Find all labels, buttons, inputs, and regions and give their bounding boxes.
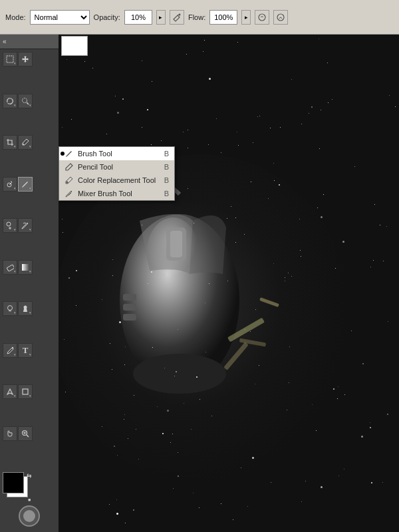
foreground-background-colors[interactable]: ⇆ ■ (3, 472, 33, 503)
blur-tool[interactable]: ▾ (3, 301, 17, 316)
pencil-tool-shortcut: B (164, 163, 169, 171)
svg-rect-18 (7, 264, 14, 271)
color-replacement-shortcut: B (164, 176, 169, 184)
active-indicator (61, 152, 65, 156)
tablet-icon (257, 13, 267, 22)
color-replacement-label: Color Replacement Tool (78, 176, 160, 184)
svg-rect-23 (23, 389, 28, 394)
airbrush-icon (172, 13, 182, 22)
mixer-brush-icon (65, 189, 74, 198)
flow-input[interactable] (209, 10, 237, 25)
move-tool[interactable] (18, 52, 33, 66)
sidebar-collapse-icon[interactable]: « (3, 38, 7, 45)
dodge-tool[interactable]: ▾ (18, 301, 33, 316)
context-menu: Brush Tool B Pencil Tool B Color Replace… (59, 146, 175, 201)
history-brush-tool[interactable]: ▾ (18, 218, 33, 233)
brush-tool[interactable]: ▾ (18, 177, 33, 192)
flow-arrow[interactable]: ▸ (241, 10, 251, 25)
svg-line-14 (27, 102, 29, 104)
brush-tool-icon (65, 149, 74, 158)
pencil-tool-label: Pencil Tool (78, 163, 160, 171)
brush-tool-shortcut: B (164, 150, 169, 158)
svg-line-25 (27, 435, 29, 437)
lasso-tool[interactable]: ▾ (3, 94, 17, 108)
svg-rect-10 (123, 314, 136, 321)
gradient-tool[interactable]: ▾ (18, 260, 33, 275)
svg-rect-19 (22, 264, 29, 271)
tablet-flow-btn[interactable] (273, 10, 288, 25)
tablet-flow-icon (276, 13, 285, 22)
color-replacement-icon (65, 176, 74, 185)
hand-tool[interactable] (3, 426, 17, 441)
mixer-brush-tool-menu-item[interactable]: Mixer Brush Tool B (59, 187, 174, 200)
svg-point-20 (8, 306, 13, 311)
svg-rect-12 (7, 56, 13, 63)
svg-rect-8 (123, 294, 136, 301)
svg-point-13 (23, 98, 27, 102)
eyedropper-tool[interactable]: ▾ (18, 135, 33, 150)
airbrush-toggle[interactable] (170, 10, 184, 25)
mode-select[interactable]: Normal (30, 10, 90, 25)
marquee-rect-tool[interactable]: ▾ (3, 52, 17, 66)
svg-point-21 (24, 306, 27, 309)
quick-mask-inner (23, 510, 35, 522)
foreground-color-swatch[interactable] (3, 472, 24, 493)
quick-mask-btn[interactable] (19, 505, 40, 527)
svg-point-1 (178, 13, 180, 15)
color-swatches: ⇆ ■ (0, 469, 59, 532)
pencil-tool-icon (65, 162, 74, 172)
mixer-brush-shortcut: B (164, 190, 169, 198)
pencil-tool-menu-item[interactable]: Pencil Tool B (59, 160, 174, 174)
mixer-brush-label: Mixer Brush Tool (78, 190, 160, 198)
top-toolbar: Mode: Normal Opacity: ▸ Flow: ▸ (0, 0, 399, 35)
swap-colors-icon[interactable]: ⇆ (27, 472, 33, 479)
main-area: « ▾ ▾ ▾ ▾ (0, 35, 399, 532)
flow-label: Flow: (188, 13, 205, 21)
svg-rect-9 (123, 304, 136, 311)
opacity-arrow[interactable]: ▸ (156, 10, 166, 25)
color-replacement-tool-menu-item[interactable]: Color Replacement Tool B (59, 174, 174, 187)
canvas-indicator (61, 36, 88, 56)
canvas-background[interactable] (0, 35, 399, 532)
type-icon: T (23, 345, 29, 356)
tablet-pressure-btn[interactable] (255, 10, 269, 25)
rectangle-tool[interactable]: ▾ (18, 384, 33, 399)
spot-heal-tool[interactable]: ▾ (3, 177, 17, 192)
type-tool[interactable]: T ▾ (18, 343, 33, 358)
quick-select-tool[interactable]: ▾ (18, 94, 33, 108)
pen-tool[interactable]: ▾ (3, 343, 17, 358)
svg-point-17 (7, 222, 11, 226)
default-colors-icon[interactable]: ■ (28, 497, 33, 503)
mouse-silhouette (100, 188, 273, 400)
svg-point-2 (259, 14, 265, 21)
zoom-tool[interactable] (18, 426, 33, 441)
crop-tool[interactable]: ▾ (3, 135, 17, 150)
mode-label: Mode: (5, 13, 26, 21)
svg-point-15 (23, 144, 24, 145)
path-select-tool[interactable]: ▾ (3, 384, 17, 399)
opacity-label: Opacity: (94, 13, 120, 21)
clone-stamp-tool[interactable]: ▾ (3, 218, 17, 233)
svg-point-28 (66, 182, 68, 184)
sidebar-header[interactable]: « (0, 35, 59, 49)
opacity-input[interactable] (124, 10, 152, 25)
eraser-tool[interactable]: ▾ (3, 260, 17, 275)
brush-tool-label: Brush Tool (78, 150, 160, 158)
tools-grid: ▾ ▾ ▾ ▾ ▾ (0, 49, 59, 469)
sidebar: « ▾ ▾ ▾ ▾ (0, 35, 59, 532)
svg-point-22 (12, 346, 13, 348)
brush-tool-menu-item[interactable]: Brush Tool B (59, 147, 174, 160)
svg-point-11 (133, 354, 226, 394)
